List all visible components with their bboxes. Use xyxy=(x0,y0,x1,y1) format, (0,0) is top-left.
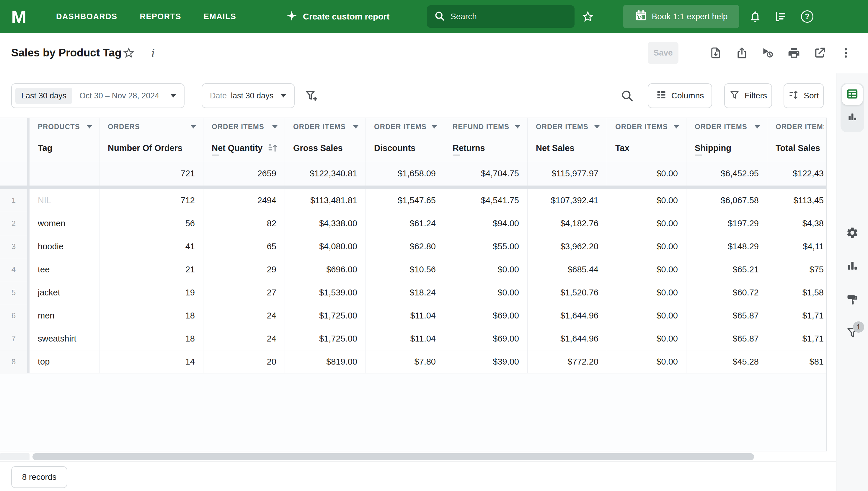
group-header-cell[interactable]: PRODUCTS xyxy=(30,118,99,135)
column-header-cell[interactable]: Discounts xyxy=(366,135,444,161)
table-cell: $0.00 xyxy=(607,235,686,258)
table-row[interactable]: 5jacket1927$1,539.00$18.24$0.00$1,520.76… xyxy=(0,281,827,304)
chart-settings-icon[interactable] xyxy=(845,259,860,273)
favorite-report-star-icon[interactable] xyxy=(120,45,137,61)
column-header-label: Tag xyxy=(38,143,52,153)
column-header-cell[interactable]: Total Sales xyxy=(767,135,824,161)
group-header-cell[interactable]: ORDER ITEMS xyxy=(686,118,767,135)
column-header-cell[interactable]: Net Quantity xyxy=(204,135,285,161)
table-row[interactable]: 8top1420$819.00$7.80$39.00$772.20$0.00$4… xyxy=(0,350,827,373)
table-row[interactable]: 4tee2129$696.00$10.56$0.00$685.44$0.00$6… xyxy=(0,258,827,281)
column-header-cell[interactable]: Shipping xyxy=(686,135,767,161)
column-header-label: Shipping xyxy=(695,143,731,153)
brand-logo[interactable]: M xyxy=(11,6,26,27)
column-header-cell[interactable]: Net Sales xyxy=(528,135,607,161)
table-cell: $0.00 xyxy=(444,281,528,304)
columns-button[interactable]: Columns xyxy=(648,83,712,108)
column-header-label: Number Of Orders xyxy=(108,143,182,153)
table-cell: NIL xyxy=(30,189,99,212)
column-header-cell[interactable]: Returns xyxy=(444,135,528,161)
table-cell: jacket xyxy=(30,281,99,304)
group-header-cell[interactable]: ORDERS xyxy=(99,118,204,135)
add-filter-funnel-icon[interactable] xyxy=(304,89,318,103)
chevron-down-icon[interactable] xyxy=(594,125,600,128)
sort-button[interactable]: Sort xyxy=(783,83,824,108)
records-count-button[interactable]: 8 records xyxy=(11,466,67,488)
favorite-star-icon[interactable] xyxy=(581,9,595,24)
report-info-icon[interactable]: i xyxy=(145,45,161,61)
totals-cell: $115,977.97 xyxy=(528,161,607,185)
style-paint-roller-icon[interactable] xyxy=(845,292,860,307)
table-view-toggle[interactable] xyxy=(842,84,863,105)
table-cell: $18.24 xyxy=(366,281,444,304)
save-button[interactable]: Save xyxy=(648,42,678,64)
column-header-cell[interactable]: Number Of Orders xyxy=(99,135,204,161)
nav-dashboards[interactable]: DASHBOARDS xyxy=(56,12,118,21)
group-header-cell[interactable]: ORDER ITEMS xyxy=(204,118,285,135)
chevron-down-icon[interactable] xyxy=(755,125,760,128)
table-cell: $113,481.81 xyxy=(285,189,366,212)
table-row[interactable]: 1NIL7122494$113,481.81$1,547.65$4,541.75… xyxy=(0,189,827,212)
group-header-cell[interactable]: ORDER ITEMS xyxy=(767,118,824,135)
table-row[interactable]: 3hoodie4165$4,080.00$62.80$55.00$3,962.2… xyxy=(0,235,827,258)
date-dimension-select[interactable]: Date last 30 days xyxy=(202,83,294,108)
group-header-cell[interactable]: ORDER ITEMS xyxy=(607,118,686,135)
group-header-label: ORDER ITEMS xyxy=(212,123,264,131)
table-search-icon[interactable] xyxy=(620,89,634,103)
column-header-label: Net Quantity xyxy=(212,143,262,153)
create-custom-report-button[interactable]: Create custom report xyxy=(286,0,390,33)
date-dimension-label: Date xyxy=(210,91,227,100)
table-row[interactable]: 2women5682$4,338.00$61.24$94.00$4,182.76… xyxy=(0,212,827,235)
nav-reports[interactable]: REPORTS xyxy=(140,12,181,21)
table-cell: 24 xyxy=(204,327,285,350)
table-cell: $10.56 xyxy=(366,258,444,281)
group-header-cell[interactable]: ORDER ITEMS xyxy=(366,118,444,135)
chevron-down-icon[interactable] xyxy=(432,125,437,128)
chevron-down-icon[interactable] xyxy=(353,125,359,128)
settings-gear-icon[interactable] xyxy=(845,226,860,240)
table-cell: $4,11 xyxy=(767,235,824,258)
column-header-cell[interactable]: Tag xyxy=(30,135,99,161)
global-search[interactable] xyxy=(427,5,575,28)
table-cell: $0.00 xyxy=(607,212,686,235)
filters-button[interactable]: Filters xyxy=(724,83,772,108)
chevron-down-icon[interactable] xyxy=(674,125,679,128)
export-file-icon[interactable] xyxy=(707,45,724,61)
table-row[interactable]: 7sweatshirt1824$1,725.00$11.04$69.00$1,6… xyxy=(0,327,827,350)
date-range-picker[interactable]: Last 30 days Oct 30 – Nov 28, 2024 xyxy=(11,83,185,108)
chevron-down-icon[interactable] xyxy=(191,125,196,128)
table-cell: $39.00 xyxy=(444,350,528,373)
chevron-down-icon[interactable] xyxy=(272,125,278,128)
group-header-cell[interactable]: ORDER ITEMS xyxy=(285,118,366,135)
notifications-bell-icon[interactable] xyxy=(748,9,762,24)
table-cell: $107,392.41 xyxy=(528,189,607,212)
table-cell: $0.00 xyxy=(607,327,686,350)
table-cell: 14 xyxy=(99,350,204,373)
search-input[interactable] xyxy=(451,12,567,21)
share-icon[interactable] xyxy=(734,45,750,61)
table-row[interactable]: 6men1824$1,725.00$11.04$69.00$1,644.96$0… xyxy=(0,304,827,327)
schedule-send-icon[interactable] xyxy=(760,45,776,61)
column-header-cell[interactable]: Gross Sales xyxy=(285,135,366,161)
group-header-label: REFUND ITEMS xyxy=(453,123,509,131)
table-cell: $61.24 xyxy=(366,212,444,235)
table-cell: 65 xyxy=(204,235,285,258)
group-header-cell[interactable]: ORDER ITEMS xyxy=(528,118,607,135)
horizontal-scrollbar[interactable] xyxy=(32,453,754,460)
book-expert-help-button[interactable]: Book 1:1 expert help xyxy=(623,5,739,28)
nav-emails[interactable]: EMAILS xyxy=(204,12,236,21)
chevron-down-icon[interactable] xyxy=(515,125,520,128)
changelog-icon[interactable] xyxy=(774,9,788,24)
chevron-down-icon[interactable] xyxy=(87,125,92,128)
help-icon[interactable]: ? xyxy=(800,9,814,24)
column-header-cell[interactable]: Tax xyxy=(607,135,686,161)
group-header-cell[interactable]: REFUND ITEMS xyxy=(444,118,528,135)
print-icon[interactable] xyxy=(786,45,802,61)
more-options-kebab-icon[interactable] xyxy=(838,45,854,61)
filters-label: Filters xyxy=(745,91,767,100)
report-filters-rail-icon[interactable]: 1 xyxy=(845,325,860,340)
table-cell: top xyxy=(30,350,99,373)
open-external-icon[interactable] xyxy=(812,45,828,61)
chart-view-toggle[interactable] xyxy=(842,107,863,128)
sparkle-icon xyxy=(286,10,298,24)
